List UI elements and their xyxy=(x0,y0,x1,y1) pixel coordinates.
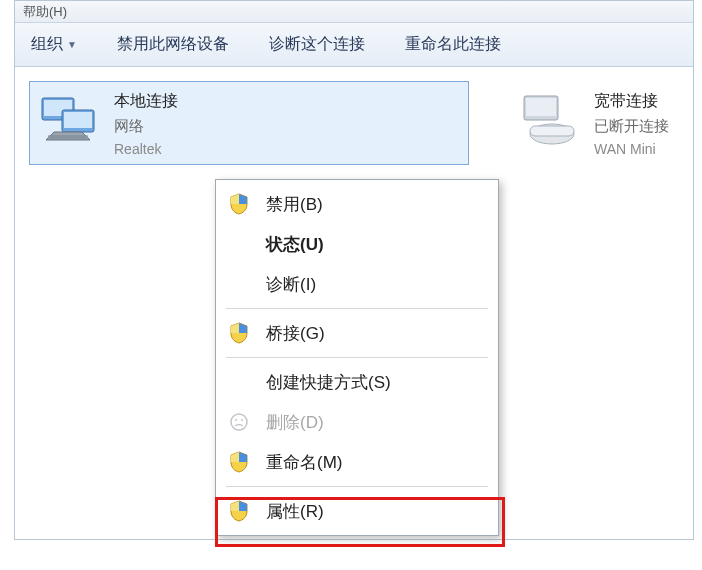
menu-rename[interactable]: 重命名(M) xyxy=(218,442,496,482)
menu-bridge[interactable]: 桥接(G) xyxy=(218,313,496,353)
menu-create-shortcut[interactable]: 创建快捷方式(S) xyxy=(218,362,496,402)
context-menu: 禁用(B) 状态(U) 诊断(I) 桥接(G) xyxy=(215,179,499,536)
network-adapter-icon xyxy=(34,86,102,158)
connection-status: 网络 xyxy=(114,114,178,138)
face-icon xyxy=(226,409,252,435)
menu-label: 重命名(M) xyxy=(266,451,342,474)
menu-separator xyxy=(226,357,488,358)
shield-icon xyxy=(226,191,252,217)
menu-separator xyxy=(226,486,488,487)
menu-disable[interactable]: 禁用(B) xyxy=(218,184,496,224)
menu-diagnose[interactable]: 诊断(I) xyxy=(218,264,496,304)
svg-rect-7 xyxy=(526,98,556,116)
connection-device: WAN Mini xyxy=(594,138,669,160)
menu-label: 创建快捷方式(S) xyxy=(266,371,391,394)
toolbar-rename[interactable]: 重命名此连接 xyxy=(405,34,501,55)
menu-help[interactable]: 帮助(H) xyxy=(23,3,67,21)
menubar: 帮助(H) xyxy=(15,1,693,23)
connection-title: 宽带连接 xyxy=(594,88,669,114)
toolbar-disable-device[interactable]: 禁用此网络设备 xyxy=(117,34,229,55)
menu-separator xyxy=(226,308,488,309)
svg-point-10 xyxy=(231,414,247,430)
menu-label: 桥接(G) xyxy=(266,322,325,345)
svg-point-12 xyxy=(241,419,243,421)
toolbar-organize[interactable]: 组织 ▼ xyxy=(31,34,77,55)
connection-tile-broadband[interactable]: 宽带连接 已断开连接 WAN Mini xyxy=(509,81,702,165)
shield-icon xyxy=(226,320,252,346)
svg-rect-9 xyxy=(530,126,574,136)
explorer-window: 帮助(H) 组织 ▼ 禁用此网络设备 诊断这个连接 重命名此连接 xyxy=(14,0,694,540)
menu-properties[interactable]: 属性(R) xyxy=(218,491,496,531)
connection-title: 本地连接 xyxy=(114,88,178,114)
toolbar-diagnose[interactable]: 诊断这个连接 xyxy=(269,34,365,55)
toolbar: 组织 ▼ 禁用此网络设备 诊断这个连接 重命名此连接 xyxy=(15,23,693,67)
menu-label: 删除(D) xyxy=(266,411,324,434)
shield-icon xyxy=(226,449,252,475)
menu-status[interactable]: 状态(U) xyxy=(218,224,496,264)
shield-icon xyxy=(226,498,252,524)
connection-device: Realtek xyxy=(114,138,178,160)
broadband-adapter-icon xyxy=(514,86,582,158)
svg-point-11 xyxy=(235,419,237,421)
menu-delete: 删除(D) xyxy=(218,402,496,442)
svg-rect-3 xyxy=(64,112,92,128)
menu-label: 状态(U) xyxy=(266,233,324,256)
menu-label: 禁用(B) xyxy=(266,193,323,216)
menu-label: 诊断(I) xyxy=(266,273,316,296)
connection-tile-local[interactable]: 本地连接 网络 Realtek xyxy=(29,81,469,165)
content-area: 本地连接 网络 Realtek 宽带连接 已断开连接 WAN Mini xyxy=(15,67,693,537)
connection-status: 已断开连接 xyxy=(594,114,669,138)
menu-label: 属性(R) xyxy=(266,500,324,523)
chevron-down-icon: ▼ xyxy=(67,39,77,50)
